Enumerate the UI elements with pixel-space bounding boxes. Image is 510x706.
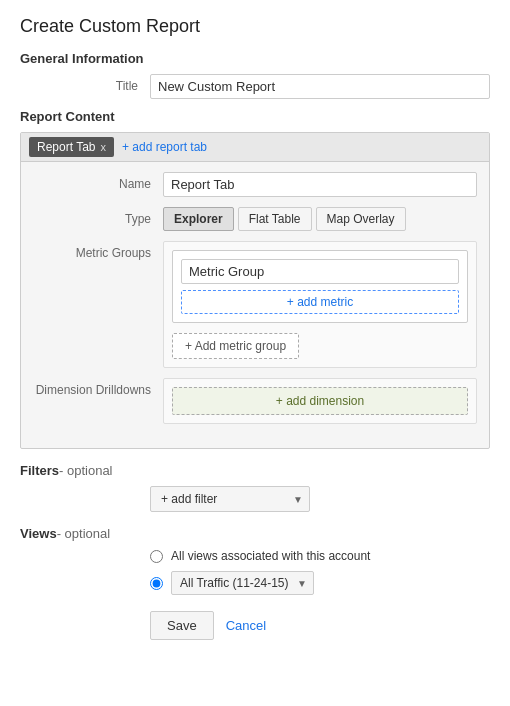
add-metric-group-button[interactable]: + Add metric group bbox=[172, 333, 299, 359]
metric-groups-area: + add metric + Add metric group bbox=[163, 241, 477, 368]
filter-dropdown[interactable]: + add filter bbox=[150, 486, 310, 512]
tab-name-input[interactable] bbox=[163, 172, 477, 197]
type-label: Type bbox=[33, 207, 163, 226]
views-section: Views- optional All views associated wit… bbox=[20, 526, 490, 595]
tab-close-icon[interactable]: x bbox=[100, 141, 106, 153]
page-title: Create Custom Report bbox=[20, 16, 490, 37]
dimension-area: + add dimension bbox=[163, 378, 477, 424]
filters-optional: - optional bbox=[59, 463, 112, 478]
type-map-overlay-button[interactable]: Map Overlay bbox=[316, 207, 406, 231]
add-dimension-button[interactable]: + add dimension bbox=[172, 387, 468, 415]
report-content-area: Report Tab x + add report tab Name Type … bbox=[20, 132, 490, 449]
tabs-bar: Report Tab x + add report tab bbox=[21, 133, 489, 162]
action-buttons: Save Cancel bbox=[20, 611, 490, 640]
type-buttons-group: Explorer Flat Table Map Overlay bbox=[163, 207, 477, 231]
name-label: Name bbox=[33, 172, 163, 191]
views-label: Views bbox=[20, 526, 57, 541]
report-content-heading: Report Content bbox=[20, 109, 490, 124]
filter-dropdown-wrapper: + add filter ▼ bbox=[150, 486, 310, 512]
report-tab-item[interactable]: Report Tab x bbox=[29, 137, 114, 157]
general-info-heading: General Information bbox=[20, 51, 490, 66]
title-label: Title bbox=[20, 74, 150, 93]
specific-view-row: All Traffic (11-24-15) ▼ bbox=[20, 571, 490, 595]
filters-heading: Filters- optional bbox=[20, 463, 490, 478]
metric-group-name-input[interactable] bbox=[181, 259, 459, 284]
metric-group-box: + add metric bbox=[172, 250, 468, 323]
specific-view-radio[interactable] bbox=[150, 577, 163, 590]
cancel-button[interactable]: Cancel bbox=[226, 612, 266, 639]
general-information-section: General Information Title bbox=[20, 51, 490, 99]
all-views-label: All views associated with this account bbox=[171, 549, 370, 563]
views-dropdown[interactable]: All Traffic (11-24-15) bbox=[171, 571, 314, 595]
filters-label: Filters bbox=[20, 463, 59, 478]
type-flat-table-button[interactable]: Flat Table bbox=[238, 207, 312, 231]
all-views-row: All views associated with this account bbox=[20, 549, 490, 563]
dimension-drilldowns-label: Dimension Drilldowns bbox=[33, 378, 163, 397]
title-input[interactable] bbox=[150, 74, 490, 99]
tab-label: Report Tab bbox=[37, 140, 95, 154]
add-report-tab-link[interactable]: + add report tab bbox=[122, 140, 207, 154]
add-metric-button[interactable]: + add metric bbox=[181, 290, 459, 314]
type-explorer-button[interactable]: Explorer bbox=[163, 207, 234, 231]
filters-section: Filters- optional + add filter ▼ bbox=[20, 463, 490, 512]
metric-groups-label: Metric Groups bbox=[33, 241, 163, 260]
tab-content: Name Type Explorer Flat Table Map Overla… bbox=[21, 162, 489, 448]
views-optional: - optional bbox=[57, 526, 110, 541]
all-views-radio[interactable] bbox=[150, 550, 163, 563]
report-content-section: Report Content Report Tab x + add report… bbox=[20, 109, 490, 449]
save-button[interactable]: Save bbox=[150, 611, 214, 640]
views-dropdown-wrapper: All Traffic (11-24-15) ▼ bbox=[171, 571, 314, 595]
views-heading: Views- optional bbox=[20, 526, 490, 541]
